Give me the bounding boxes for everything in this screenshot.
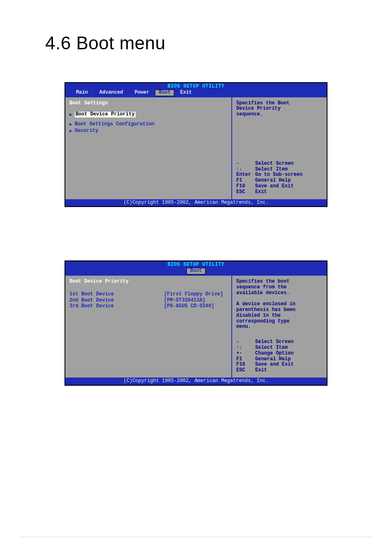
submenu-arrow-icon: ▶: [69, 129, 72, 134]
boot-device-value: [PS-ASUS CD-S340]: [164, 304, 214, 309]
bios-brand: BIOS SETUP UTILITY: [65, 262, 327, 268]
tab-advanced[interactable]: Advanced: [94, 90, 129, 96]
key-hint-key: ESC: [236, 368, 255, 373]
tab-boot[interactable]: Boot: [155, 90, 174, 96]
key-hint-label: Exit: [255, 368, 267, 373]
menu-item-boot-device-priority[interactable]: ▶ Boot Device Priority: [69, 112, 227, 117]
menu-item-label: Security: [75, 128, 99, 134]
key-hint-label: General Help: [255, 357, 291, 362]
key-hints: ←Select Screen ↑↓Select Item EnterGo to …: [236, 161, 323, 195]
menu-item-label: Boot Settings Configuration: [75, 122, 154, 127]
bios-body: Boot Settings ▶ Boot Device Priority ▶ B…: [65, 97, 327, 199]
key-hint-key: +-: [236, 351, 255, 357]
bios-tabs: Main Advanced Power Boot Exit: [65, 90, 327, 97]
section-title: Boot Device Priority: [69, 279, 227, 285]
boot-device-key: 1st Boot Device: [69, 292, 164, 297]
key-hint-label: Exit: [255, 189, 267, 195]
bios-footer: (C)Copyright 1985-2002, American Megatre…: [65, 378, 327, 385]
boot-device-key: 3rd Boot Device: [69, 304, 164, 309]
key-hint-label: Select Screen: [255, 339, 294, 345]
submenu-arrow-icon: ▶: [69, 112, 72, 117]
tab-power[interactable]: Power: [129, 90, 155, 96]
left-arrow-icon: ←: [236, 339, 255, 345]
bios-footer: (C)Copyright 1985-2002, American Megatre…: [65, 199, 327, 207]
bios-window: BIOS SETUP UTILITY Boot Boot Device Prio…: [65, 260, 327, 385]
menu-item-boot-settings-configuration[interactable]: ▶ Boot Settings Configuration: [69, 122, 227, 127]
page-footer-divider: [21, 537, 371, 539]
boot-device-key: 2nd Boot Device: [69, 298, 164, 304]
bios-main-pane: Boot Settings ▶ Boot Device Priority ▶ B…: [65, 97, 232, 199]
tab-main[interactable]: Main: [70, 90, 94, 96]
key-hint-label: General Help: [255, 178, 291, 184]
key-hint-label: Change Option: [255, 351, 294, 357]
menu-item-label: Boot Device Priority: [75, 112, 136, 117]
boot-device-value: [First Floppy Drive]: [164, 292, 223, 297]
left-arrow-icon: ←: [236, 161, 255, 167]
menu-item-security[interactable]: ▶ Security: [69, 128, 227, 134]
tab-boot[interactable]: Boot: [187, 268, 206, 274]
page-title: 4.6 Boot menu: [45, 33, 347, 53]
bios-body: Boot Device Priority 1st Boot Device [Fi…: [65, 276, 327, 378]
help-text: Specifies the Boot Device Priority seque…: [236, 101, 323, 117]
key-hint-label: Save and Exit: [255, 362, 294, 368]
updown-arrows-icon: ↑↓: [236, 167, 255, 173]
section-title: Boot Settings: [69, 101, 227, 106]
key-hint-label: Go to Sub-screen: [255, 172, 302, 178]
bios-help-pane: Specifies the boot sequence from the ava…: [232, 276, 327, 378]
key-hint-key: ESC: [236, 189, 255, 195]
bios-help-pane: Specifies the Boot Device Priority seque…: [232, 97, 327, 199]
bios-main-pane: Boot Device Priority 1st Boot Device [Fi…: [65, 276, 232, 378]
bios-brand: BIOS SETUP UTILITY: [65, 84, 327, 90]
key-hint-key: F1: [236, 357, 255, 362]
bios-window: BIOS SETUP UTILITY Main Advanced Power B…: [65, 82, 327, 207]
document-page: 4.6 Boot menu BIOS SETUP UTILITY Main Ad…: [0, 0, 392, 555]
bios-screenshot-2: BIOS SETUP UTILITY Boot Boot Device Prio…: [65, 260, 327, 385]
key-hint-key: F10: [236, 184, 255, 189]
boot-device-value: [PM-ST320413A]: [164, 298, 205, 304]
key-hint-label: Select Screen: [255, 161, 294, 167]
key-hint-label: Select Item: [255, 345, 288, 351]
help-text: Specifies the boot sequence from the ava…: [236, 279, 323, 330]
bios-header: BIOS SETUP UTILITY Boot: [65, 261, 327, 276]
bios-tabs: Boot: [65, 268, 327, 276]
boot-device-row-2[interactable]: 2nd Boot Device [PM-ST320413A]: [69, 298, 227, 304]
key-hint-label: Select Item: [255, 167, 288, 173]
tab-exit[interactable]: Exit: [174, 90, 198, 96]
key-hints: ←Select Screen ↑↓Select Item +-Change Op…: [236, 339, 323, 373]
updown-arrows-icon: ↑↓: [236, 345, 255, 351]
boot-device-row-3[interactable]: 3rd Boot Device [PS-ASUS CD-S340]: [69, 304, 227, 309]
bios-screenshot-1: BIOS SETUP UTILITY Main Advanced Power B…: [65, 82, 327, 207]
submenu-arrow-icon: ▶: [69, 122, 72, 127]
boot-device-row-1[interactable]: 1st Boot Device [First Floppy Drive]: [69, 292, 227, 297]
key-hint-label: Save and Exit: [255, 184, 294, 189]
key-hint-key: Enter: [236, 172, 255, 178]
key-hint-key: F1: [236, 178, 255, 184]
key-hint-key: F10: [236, 362, 255, 368]
bios-header: BIOS SETUP UTILITY Main Advanced Power B…: [65, 83, 327, 97]
